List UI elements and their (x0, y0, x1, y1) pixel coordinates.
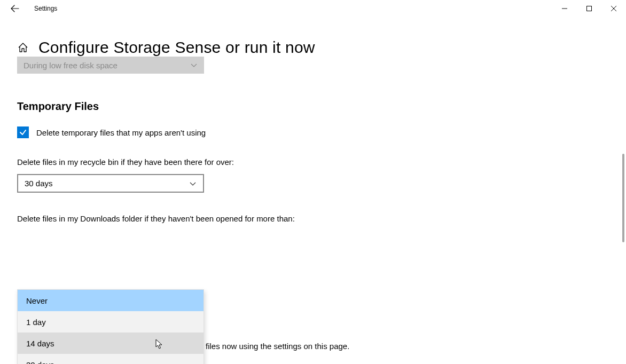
dropdown-option-1day[interactable]: 1 day (18, 311, 204, 333)
recycle-bin-value: 30 days (25, 179, 53, 188)
dropdown-option-14days[interactable]: 14 days (18, 333, 204, 354)
dropdown-option-30days[interactable]: 30 days (18, 354, 204, 364)
recycle-bin-label: Delete files in my recycle bin if they h… (17, 157, 609, 167)
back-arrow-icon (11, 5, 19, 12)
cursor-icon (155, 339, 164, 350)
app-title: Settings (34, 5, 57, 12)
page-header: Configure Storage Sense or run it now (17, 38, 609, 57)
titlebar: Settings (0, 0, 626, 17)
content-area: Configure Storage Sense or run it now Du… (0, 38, 626, 223)
recycle-bin-select[interactable]: 30 days (17, 174, 204, 193)
chevron-down-icon (189, 180, 197, 187)
close-icon (611, 5, 617, 12)
titlebar-left: Settings (4, 2, 57, 15)
minimize-icon (561, 5, 568, 12)
page-title: Configure Storage Sense or run it now (38, 38, 315, 57)
downloads-label: Delete files in my Downloads folder if t… (17, 214, 609, 223)
maximize-button[interactable] (577, 0, 601, 17)
temp-files-checkbox[interactable] (17, 126, 29, 138)
checkmark-icon (19, 128, 27, 137)
svg-rect-0 (587, 6, 592, 11)
maximize-icon (586, 5, 592, 12)
temp-files-checkbox-label: Delete temporary files that my apps aren… (36, 128, 206, 137)
background-text: files now using the settings on this pag… (206, 342, 349, 351)
run-schedule-select: During low free disk space (17, 57, 204, 74)
dropdown-option-never[interactable]: Never (18, 290, 204, 311)
close-button[interactable] (601, 0, 626, 17)
minimize-button[interactable] (552, 0, 577, 17)
downloads-dropdown[interactable]: Never 1 day 14 days 30 days 60 days (17, 289, 204, 364)
run-schedule-value: During low free disk space (24, 61, 118, 70)
scrollbar[interactable] (622, 154, 624, 242)
temp-files-checkbox-row[interactable]: Delete temporary files that my apps aren… (17, 126, 609, 138)
home-icon[interactable] (17, 42, 29, 53)
back-button[interactable] (9, 2, 21, 15)
chevron-down-icon (190, 61, 198, 69)
window-controls (552, 0, 626, 17)
section-title: Temporary Files (17, 100, 609, 113)
